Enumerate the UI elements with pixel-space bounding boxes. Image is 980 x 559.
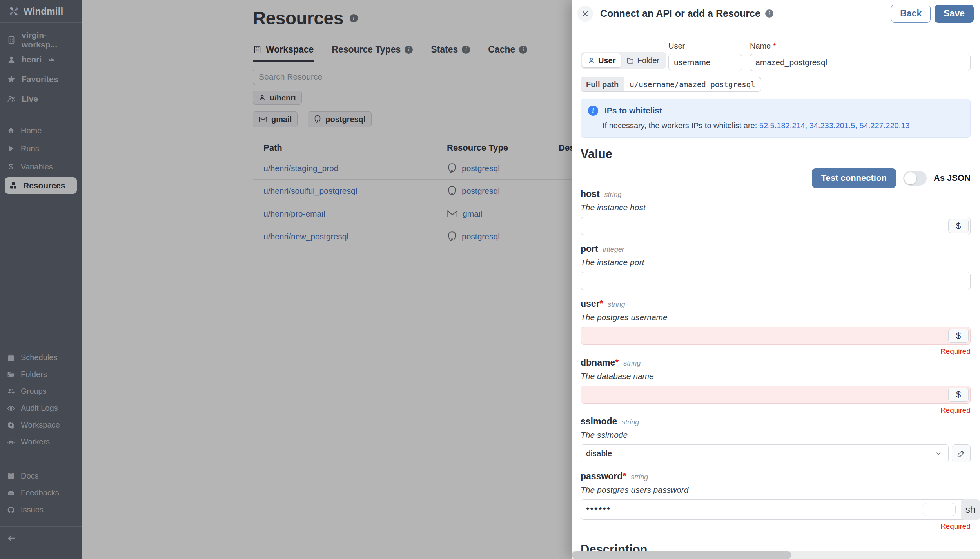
port-input[interactable] — [581, 272, 971, 290]
field-description: The database name — [581, 371, 971, 381]
description-section-heading: Description — [581, 543, 971, 551]
edit-sslmode-button[interactable] — [952, 444, 971, 462]
name-field-label: Name * — [750, 42, 971, 51]
value-section-heading: Value — [581, 147, 971, 161]
save-button[interactable]: Save — [935, 5, 974, 23]
variable-picker-button[interactable]: $ — [948, 329, 969, 343]
full-path-value: u/username/amazed_postgresql — [624, 77, 761, 92]
test-connection-button[interactable]: Test connection — [812, 168, 896, 188]
test-connection-row: Test connection As JSON — [581, 168, 971, 188]
field-type: string — [622, 418, 639, 426]
field-name: user* — [581, 299, 603, 309]
ips-whitelist-callout: i IPs to whitelist If necessary, the wor… — [581, 99, 971, 138]
resource-meta-row: User Folder User Name * — [581, 38, 971, 75]
field-dbname: dbname* string The database name $ Requi… — [581, 357, 971, 415]
ips-callout-title: IPs to whitelist — [604, 106, 662, 115]
field-sslmode: sslmode string The sslmode disable — [581, 416, 971, 462]
field-type: string — [604, 191, 622, 199]
field-name: port — [581, 244, 598, 254]
owner-kind-user[interactable]: User — [582, 53, 621, 67]
password-reveal-button[interactable] — [923, 503, 956, 516]
add-resource-drawer: Connect an API or add a Resource i Back … — [572, 0, 980, 559]
field-name: host — [581, 189, 600, 199]
full-path-label: Full path — [581, 77, 624, 92]
modal-overlay[interactable] — [0, 0, 573, 559]
password-input[interactable]: ****** — [581, 499, 971, 520]
field-type: string — [623, 359, 641, 368]
field-description: The instance port — [581, 258, 971, 267]
close-icon — [581, 10, 589, 18]
show-password-tooltip: sh — [961, 499, 980, 520]
required-asterisk: * — [622, 471, 626, 481]
dbname-input[interactable] — [581, 386, 971, 404]
drawer-body: User Folder User Name * — [572, 27, 980, 551]
field-description: The sslmode — [581, 430, 971, 440]
variable-picker-button[interactable]: $ — [948, 388, 969, 402]
user-value-input[interactable] — [581, 327, 971, 345]
field-host: host string The instance host $ — [581, 189, 971, 235]
horizontal-scrollbar[interactable] — [572, 551, 980, 559]
owner-kind-folder[interactable]: Folder — [621, 53, 665, 67]
required-message: Required — [581, 347, 971, 356]
required-message: Required — [581, 522, 971, 531]
user-field: User — [668, 42, 742, 71]
scrollbar-thumb[interactable] — [572, 551, 791, 559]
as-json-toggle[interactable] — [903, 171, 927, 186]
field-description: The instance host — [581, 203, 971, 212]
sslmode-select[interactable]: disable — [581, 444, 949, 462]
name-field: Name * — [750, 42, 971, 71]
field-user: user* string The postgres username $ Req… — [581, 299, 971, 356]
variable-picker-button[interactable]: $ — [948, 219, 969, 233]
back-button[interactable]: Back — [891, 5, 931, 23]
field-description: The postgres username — [581, 313, 971, 322]
field-port: port integer The instance port — [581, 244, 971, 290]
chevron-down-icon — [935, 450, 942, 457]
pencil-icon — [957, 450, 965, 457]
field-type: string — [608, 300, 625, 309]
full-path-row: Full path u/username/amazed_postgresql — [581, 77, 971, 92]
windmill-app: Windmill virgin-worksp... henri Favorite… — [0, 0, 980, 559]
drawer-header: Connect an API or add a Resource i Back … — [572, 0, 980, 27]
close-drawer-button[interactable] — [577, 6, 593, 22]
info-icon: i — [588, 106, 598, 116]
ips-list[interactable]: 52.5.182.214, 34.233.201.5, 54.227.220.1… — [759, 121, 910, 130]
field-name: sslmode — [581, 416, 617, 427]
name-input[interactable] — [750, 54, 971, 71]
host-input[interactable] — [581, 217, 971, 235]
as-json-label: As JSON — [934, 173, 971, 183]
field-type: string — [631, 473, 648, 481]
folder-icon — [626, 57, 634, 64]
sslmode-selected-value: disable — [586, 449, 612, 458]
segment-label: Folder — [637, 56, 659, 65]
field-password: password* string The postgres users pass… — [581, 471, 971, 531]
field-description: The postgres users password — [581, 485, 971, 495]
owner-kind-segmented-control: User Folder — [581, 52, 666, 69]
user-field-label: User — [668, 42, 742, 51]
user-icon — [588, 57, 595, 64]
field-type: integer — [603, 246, 624, 254]
segment-label: User — [598, 56, 615, 65]
ips-callout-text: If necessary, the workers IPs to whiteli… — [603, 121, 963, 130]
drawer-title: Connect an API or add a Resource — [600, 8, 760, 19]
required-message: Required — [581, 406, 971, 415]
required-asterisk: * — [773, 42, 776, 50]
toggle-knob — [904, 172, 916, 184]
required-asterisk: * — [600, 299, 603, 309]
required-asterisk: * — [615, 357, 619, 368]
field-name: password* — [581, 471, 626, 482]
field-name: dbname* — [581, 357, 619, 368]
user-input[interactable] — [668, 54, 742, 71]
info-icon[interactable]: i — [765, 9, 773, 18]
